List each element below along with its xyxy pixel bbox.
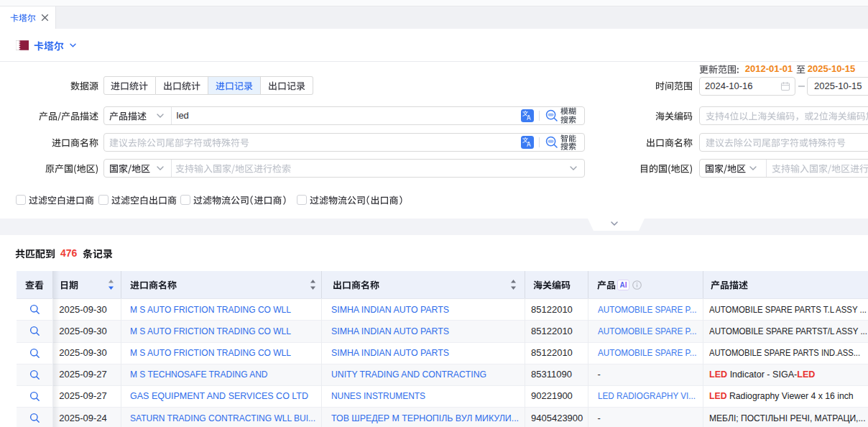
- svg-text:AI: AI: [619, 281, 627, 289]
